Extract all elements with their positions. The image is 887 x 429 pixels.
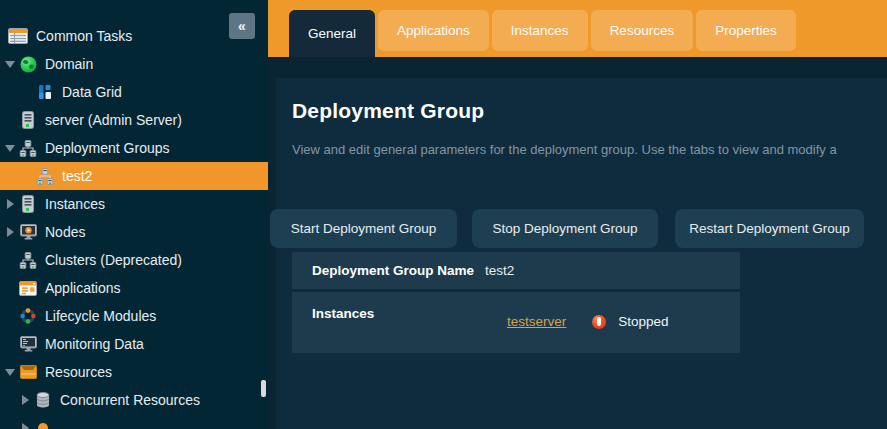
table-row-name: Deployment Group Name test2 — [292, 252, 740, 289]
sidebar-item-label: Lifecycle Modules — [45, 308, 156, 324]
domain-globe-icon — [19, 55, 37, 73]
sidebar-item-label: Data Grid — [62, 84, 122, 100]
sidebar-item-clusters[interactable]: Clusters (Deprecated) — [0, 246, 268, 274]
deployment-group-name-value: test2 — [485, 263, 514, 278]
start-deployment-group-button[interactable]: Start Deployment Group — [270, 209, 457, 248]
page-description: View and edit general parameters for the… — [292, 142, 887, 158]
applications-icon — [19, 279, 37, 297]
instance-entry: testserver Stopped — [485, 314, 669, 329]
stopped-status-icon — [592, 315, 606, 329]
sidebar-item-label: Resources — [45, 364, 112, 380]
stop-deployment-group-button[interactable]: Stop Deployment Group — [472, 209, 658, 248]
sidebar-item-common-tasks[interactable]: Common Tasks — [0, 22, 268, 50]
main-area: General Applications Instances Resources… — [268, 0, 887, 429]
tab-label: General — [308, 26, 356, 41]
sidebar-item-lifecycle-modules[interactable]: Lifecycle Modules — [0, 302, 268, 330]
expand-right-icon[interactable] — [19, 423, 31, 429]
navigation-sidebar: « Common Tasks Domain Data Grid — [0, 0, 268, 429]
lifecycle-icon — [19, 307, 37, 325]
tab-resources[interactable]: Resources — [591, 10, 694, 51]
sidebar-item-label: Clusters (Deprecated) — [45, 252, 182, 268]
tab-properties[interactable]: Properties — [696, 10, 796, 51]
instance-link[interactable]: testserver — [507, 314, 566, 329]
deployment-group-icon — [36, 167, 54, 185]
expand-down-icon[interactable] — [4, 369, 16, 376]
sidebar-item-label: Domain — [45, 56, 93, 72]
sidebar-item-nodes[interactable]: Nodes — [0, 218, 268, 246]
expand-right-icon[interactable] — [4, 227, 16, 237]
tab-label: Applications — [397, 23, 470, 38]
common-tasks-icon — [7, 27, 28, 45]
sidebar-item-instances[interactable]: Instances — [0, 190, 268, 218]
server-icon — [19, 195, 37, 213]
navigation-tree: Common Tasks Domain Data Grid — [0, 22, 268, 429]
sidebar-item-label: server (Admin Server) — [45, 112, 182, 128]
instance-status-text: Stopped — [618, 314, 668, 329]
admin-console: « Common Tasks Domain Data Grid — [0, 0, 887, 429]
content-area: Deployment Group View and edit general p… — [268, 57, 887, 429]
sidebar-item-label: Common Tasks — [36, 28, 132, 44]
table-row-instances: Instances testserver Stopped — [292, 292, 740, 353]
page-title: Deployment Group — [292, 98, 887, 124]
sidebar-item-test2[interactable]: test2 — [0, 162, 268, 190]
sidebar-item-server[interactable]: server (Admin Server) — [0, 106, 268, 134]
sidebar-scrollbar-thumb[interactable] — [261, 380, 266, 397]
sidebar-item-label: Applications — [45, 280, 121, 296]
monitoring-icon — [19, 335, 37, 353]
content-panel: Deployment Group View and edit general p… — [276, 78, 887, 429]
sidebar-item-monitoring-data[interactable]: Monitoring Data — [0, 330, 268, 358]
deployment-group-details: Deployment Group Name test2 Instances te… — [292, 252, 740, 353]
sidebar-item-label: test2 — [62, 168, 92, 184]
database-icon — [34, 391, 52, 409]
sidebar-item-label: Concurrent Resources — [60, 392, 200, 408]
sidebar-item-clipped[interactable] — [0, 414, 268, 429]
deployment-group-name-label: Deployment Group Name — [292, 263, 485, 278]
node-monitor-icon — [19, 223, 37, 241]
data-grid-icon — [36, 83, 54, 101]
sidebar-item-resources[interactable]: Resources — [0, 358, 268, 386]
expand-right-icon[interactable] — [19, 395, 31, 405]
sidebar-item-domain[interactable]: Domain — [0, 50, 268, 78]
tab-applications[interactable]: Applications — [378, 10, 489, 51]
expand-right-icon[interactable] — [4, 199, 16, 209]
sidebar-item-label: Instances — [45, 196, 105, 212]
sidebar-item-concurrent-resources[interactable]: Concurrent Resources — [0, 386, 268, 414]
sidebar-item-deployment-groups[interactable]: Deployment Groups — [0, 134, 268, 162]
expand-down-icon[interactable] — [4, 145, 16, 152]
sidebar-item-data-grid[interactable]: Data Grid — [0, 78, 268, 106]
tab-label: Properties — [715, 23, 777, 38]
restart-deployment-group-button[interactable]: Restart Deployment Group — [675, 209, 864, 248]
expand-down-icon[interactable] — [4, 61, 16, 68]
tab-general[interactable]: General — [289, 10, 375, 57]
tab-bar: General Applications Instances Resources… — [268, 0, 887, 57]
action-buttons: Start Deployment Group Stop Deployment G… — [270, 209, 887, 248]
tab-label: Resources — [610, 23, 675, 38]
cluster-icon — [19, 251, 37, 269]
sidebar-item-label: Nodes — [45, 224, 85, 240]
resources-box-icon — [19, 363, 37, 381]
deployment-groups-icon — [19, 139, 37, 157]
tab-label: Instances — [511, 23, 569, 38]
sidebar-item-label: Deployment Groups — [45, 140, 170, 156]
tab-instances[interactable]: Instances — [492, 10, 588, 51]
clipped-item-icon — [34, 419, 52, 429]
sidebar-item-applications[interactable]: Applications — [0, 274, 268, 302]
instances-label: Instances — [292, 292, 485, 321]
sidebar-item-label: Monitoring Data — [45, 336, 144, 352]
server-icon — [19, 111, 37, 129]
